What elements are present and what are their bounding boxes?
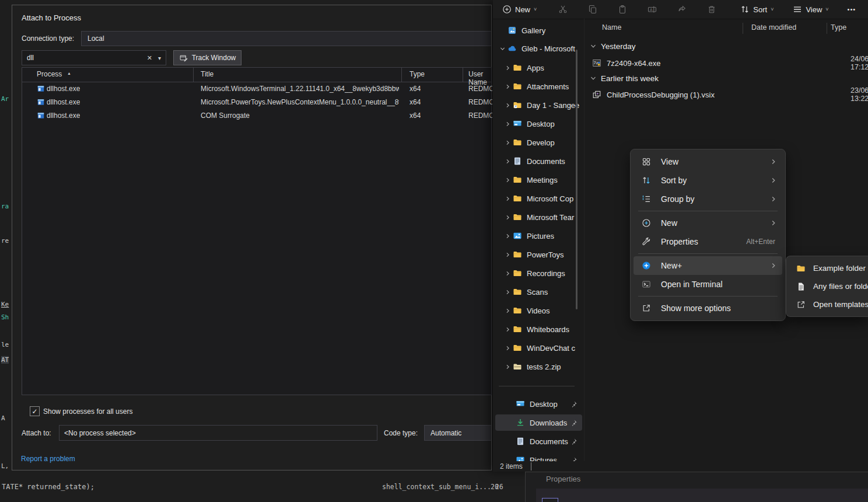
sidebar-item-desktop-pinned[interactable]: Desktop (495, 396, 582, 412)
chevron-right-icon[interactable] (505, 346, 513, 351)
menu-item-view[interactable]: View (634, 152, 782, 171)
sidebar-item-tests-zip[interactable]: tests 2.zip (495, 358, 582, 375)
sidebar-item-videos[interactable]: Videos (495, 302, 582, 319)
sidebar-item-documents-pinned[interactable]: Documents (495, 433, 582, 449)
sidebar-item-develop[interactable]: Develop (495, 134, 582, 151)
new-button[interactable]: New ˅ (496, 2, 542, 17)
sidebar-item-gallery[interactable]: Gallery (495, 22, 582, 39)
sidebar-item-attachments[interactable]: Attachments (495, 78, 582, 95)
new-plus-submenu: Example folder Any files or folde Open t… (786, 256, 868, 317)
sort-button[interactable]: Sort ˅ (734, 2, 779, 17)
report-a-problem-link[interactable]: Report a problem (21, 455, 75, 463)
chevron-right-icon[interactable] (505, 159, 513, 164)
table-row[interactable]: dllhost.exe Microsoft.WindowsTerminal_1.… (22, 82, 491, 96)
chevron-down-icon[interactable] (590, 43, 596, 49)
group-header-yesterday[interactable]: Yesterday (590, 39, 636, 54)
sidebar-item-documents[interactable]: Documents (495, 153, 582, 169)
submenu-item-open-templates[interactable]: Open templates (789, 295, 868, 313)
column-divider[interactable] (401, 68, 402, 82)
pane-divider[interactable] (584, 19, 584, 461)
sidebar-item-microsoft-cop[interactable]: Microsoft Cop (495, 190, 582, 207)
column-name[interactable]: Name (602, 23, 621, 32)
view-icon (792, 5, 802, 15)
sidebar-item-windevchat[interactable]: WinDevChat c (495, 340, 582, 356)
chevron-right-icon[interactable] (505, 290, 513, 295)
column-title[interactable]: Title (201, 70, 214, 78)
column-date-modified[interactable]: Date modified (751, 23, 796, 32)
sidebar-item-pictures[interactable]: Pictures (495, 228, 582, 244)
chevron-down-icon: ˅ (771, 6, 774, 12)
chevron-down-icon[interactable] (500, 46, 508, 51)
sidebar-item-desktop[interactable]: Desktop (495, 116, 582, 132)
menu-item-new-plus[interactable]: New+ (634, 256, 782, 275)
chevron-right-icon[interactable] (505, 271, 513, 276)
chevron-right-icon[interactable] (505, 215, 513, 220)
submenu-item-any-files[interactable]: Any files or folde (789, 277, 868, 295)
track-window-button[interactable]: Track Window (173, 50, 242, 65)
chevron-down-icon[interactable] (590, 75, 596, 81)
sidebar-item-powertoys[interactable]: PowerToys (495, 246, 582, 263)
screen: { "colors": { "accent_blue": "#4cc2ff", … (0, 0, 868, 502)
filter-dropdown-icon[interactable]: ▾ (158, 55, 161, 61)
process-table-header[interactable]: Process ▲ Title Type User Name (22, 68, 491, 82)
sidebar-scrollbar[interactable] (576, 50, 578, 309)
chevron-right-icon[interactable] (505, 252, 513, 257)
sidebar-item-downloads-pinned[interactable]: Downloads (495, 414, 582, 431)
chevron-right-icon[interactable] (505, 364, 513, 369)
process-filter-input[interactable]: dll ✕ ▾ (22, 50, 166, 65)
share-button[interactable] (671, 2, 692, 17)
cut-button[interactable] (552, 2, 573, 17)
table-row[interactable]: dllhost.exe Microsoft.PowerToys.NewPlusC… (22, 96, 491, 109)
view-button[interactable]: View ˅ (787, 2, 834, 17)
menu-item-open-in-terminal[interactable]: Open in Terminal (634, 275, 782, 294)
properties-panel-field[interactable] (542, 498, 558, 502)
menu-item-sort-by[interactable]: Sort by (634, 171, 782, 190)
sidebar-item-meetings[interactable]: Meetings (495, 172, 582, 188)
delete-button[interactable] (701, 2, 722, 17)
rename-button[interactable]: A (642, 2, 662, 17)
file-date: 24/06/2025 17:12 (850, 55, 868, 71)
code-type-combo[interactable]: Automatic (424, 425, 491, 441)
menu-item-show-more-options[interactable]: Show more options (634, 299, 782, 318)
sidebar-item-onedrive[interactable]: Gleb - Microsoft (495, 40, 582, 57)
clear-filter-icon[interactable]: ✕ (147, 54, 152, 62)
chevron-right-icon[interactable] (505, 177, 513, 183)
sidebar-item-apps[interactable]: Apps (495, 60, 582, 76)
paste-button[interactable] (612, 2, 632, 17)
code-type-label: Code type: (384, 429, 418, 437)
chevron-right-icon[interactable] (505, 233, 513, 239)
chevron-right-icon[interactable] (505, 196, 513, 201)
chevron-right-icon[interactable] (505, 308, 513, 313)
menu-item-properties[interactable]: Properties Alt+Enter (634, 232, 782, 251)
more-options-button[interactable]: ••• (842, 2, 862, 17)
column-divider[interactable] (463, 68, 463, 82)
attach-to-field[interactable]: <No process selected> (59, 425, 377, 441)
file-row[interactable]: 7z 7z2409-x64.exe 24/06/2025 17:12 Appli… (592, 55, 868, 71)
sidebar-item-day1[interactable]: Day 1 - Sangee (495, 97, 582, 113)
chevron-right-icon[interactable] (505, 121, 513, 127)
chevron-right-icon[interactable] (505, 65, 513, 71)
chevron-right-icon[interactable] (505, 103, 513, 108)
group-header-earlier-this-week[interactable]: Earlier this week (590, 71, 659, 86)
connection-type-combo[interactable]: Local (81, 31, 491, 46)
menu-item-new[interactable]: New (634, 214, 782, 232)
sidebar-item-microsoft-tear[interactable]: Microsoft Tear (495, 209, 582, 225)
file-row[interactable]: ChildProcessDebugging (1).vsix 23/06/202… (592, 86, 868, 103)
column-type[interactable]: Type (410, 70, 425, 78)
show-all-users-checkbox[interactable]: ✓ (30, 406, 40, 416)
column-divider[interactable] (827, 23, 827, 34)
column-divider[interactable] (193, 68, 194, 82)
copy-button[interactable] (582, 2, 603, 17)
table-row[interactable]: dllhost.exe COM Surrogate x64 REDMOND (22, 109, 491, 123)
menu-item-group-by[interactable]: Group by (634, 190, 782, 208)
chevron-right-icon[interactable] (505, 327, 513, 332)
submenu-item-example-folder[interactable]: Example folder (789, 259, 868, 277)
sidebar-item-scans[interactable]: Scans (495, 284, 582, 300)
column-type[interactable]: Type (831, 23, 846, 32)
sidebar-item-recordings[interactable]: Recordings (495, 265, 582, 281)
chevron-right-icon[interactable] (505, 140, 513, 145)
column-process[interactable]: Process (37, 70, 62, 78)
chevron-right-icon[interactable] (505, 84, 513, 89)
sidebar-item-whiteboards[interactable]: Whiteboards (495, 321, 582, 337)
column-divider[interactable] (743, 23, 743, 34)
